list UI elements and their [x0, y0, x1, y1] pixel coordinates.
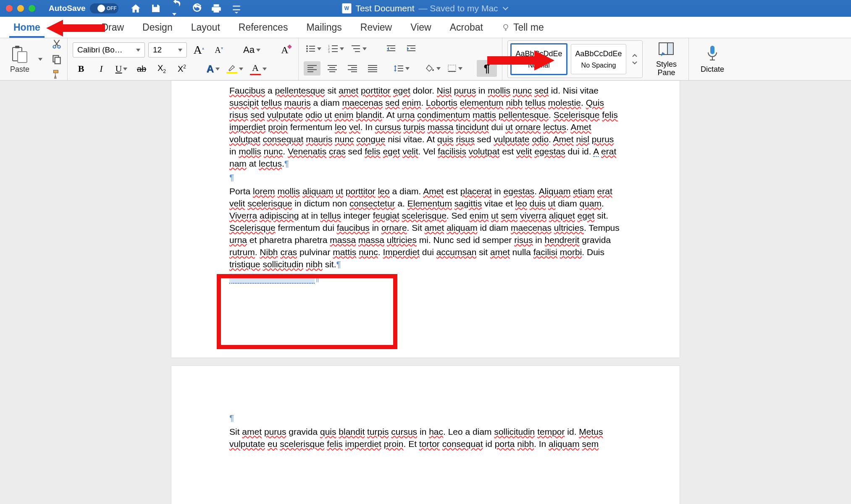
tab-layout[interactable]: Layout [182, 17, 229, 38]
align-left-button[interactable] [304, 61, 320, 76]
svg-rect-11 [309, 46, 315, 47]
save-icon[interactable] [150, 3, 161, 14]
paragraph-2[interactable]: Porta lorem mollis aliquam ut porttitor … [229, 185, 622, 271]
tell-me[interactable]: Tell me [492, 17, 553, 38]
svg-rect-29 [410, 48, 415, 49]
increase-indent-button[interactable] [403, 42, 420, 56]
svg-rect-43 [368, 65, 377, 66]
font-name-selector[interactable]: Calibri (Bo… [73, 42, 145, 57]
multilevel-list-button[interactable] [349, 42, 368, 56]
clear-formatting-button[interactable]: A◆ [276, 43, 293, 57]
dictate-button[interactable]: Dictate [694, 45, 731, 74]
svg-point-2 [504, 24, 508, 29]
print-icon[interactable] [211, 3, 222, 14]
cut-icon[interactable] [51, 39, 62, 50]
home-icon[interactable] [130, 3, 141, 14]
svg-rect-5 [18, 52, 27, 63]
svg-rect-34 [307, 71, 313, 72]
minimize-window[interactable] [17, 5, 24, 12]
change-case-button[interactable]: Aa [242, 43, 262, 57]
svg-rect-37 [328, 69, 337, 70]
zoom-window[interactable] [29, 5, 35, 12]
doc-dropdown-icon[interactable] [502, 6, 509, 10]
copy-icon[interactable] [51, 54, 62, 65]
empty-paragraph[interactable]: ¶ [229, 172, 622, 184]
styles-gallery-more[interactable] [630, 54, 640, 65]
bullets-button[interactable] [304, 42, 323, 56]
tab-review[interactable]: Review [351, 17, 401, 38]
line-spacing-button[interactable] [392, 61, 411, 76]
undo-icon[interactable] [171, 0, 181, 19]
superscript-button[interactable]: X2 [173, 62, 190, 76]
page-1: Faucibus a pellentesque sit amet porttit… [171, 81, 680, 358]
document-canvas[interactable]: Faucibus a pellentesque sit amet porttit… [0, 81, 851, 504]
tab-mailings[interactable]: Mailings [297, 17, 351, 38]
redo-icon[interactable] [191, 3, 202, 14]
svg-rect-9 [55, 57, 60, 64]
tab-view[interactable]: View [401, 17, 440, 38]
svg-rect-55 [710, 46, 714, 54]
tab-home[interactable]: Home [4, 17, 50, 38]
svg-rect-49 [398, 71, 403, 71]
group-paragraph: 123 ¶ [299, 38, 502, 80]
shading-button[interactable] [424, 61, 442, 76]
svg-rect-30 [407, 50, 415, 51]
numbering-button[interactable]: 123 [326, 42, 346, 56]
svg-rect-45 [368, 69, 377, 70]
paste-label: Paste [10, 65, 29, 74]
tab-design[interactable]: Design [133, 17, 182, 38]
bold-button[interactable]: B [73, 62, 89, 76]
close-window[interactable] [6, 5, 13, 12]
svg-rect-25 [387, 45, 395, 46]
annotation-arrow-pilcrow [487, 49, 554, 72]
align-right-button[interactable] [344, 61, 361, 76]
svg-rect-54 [667, 43, 673, 55]
styles-pane-icon [657, 41, 675, 58]
document-title-area[interactable]: W Test Document — Saved to my Mac [342, 3, 509, 13]
highlight-button[interactable] [225, 62, 245, 76]
grow-font-button[interactable]: A▴ [190, 43, 207, 57]
svg-rect-52 [448, 71, 456, 72]
subscript-button[interactable]: X2 [153, 62, 170, 76]
style-no-spacing[interactable]: AaBbCcDdEe No Spacing [571, 44, 626, 74]
align-center-button[interactable] [324, 61, 341, 76]
svg-rect-15 [309, 51, 315, 52]
svg-rect-24 [355, 51, 360, 52]
microphone-icon [706, 45, 719, 63]
svg-rect-36 [329, 67, 335, 68]
autosave-switch[interactable]: OFF [90, 3, 118, 13]
underline-button[interactable]: U [113, 62, 130, 76]
paste-button[interactable]: Paste [10, 45, 29, 74]
tab-acrobat[interactable]: Acrobat [441, 17, 492, 38]
svg-rect-19 [332, 48, 338, 49]
paste-more[interactable] [32, 52, 49, 66]
paragraph-1[interactable]: Faucibus a pellentesque sit amet porttit… [229, 85, 622, 170]
page-1-body[interactable]: Faucibus a pellentesque sit amet porttit… [171, 81, 680, 303]
svg-rect-23 [353, 48, 360, 49]
text-effects-button[interactable]: A [205, 62, 221, 76]
annotation-arrow-home [46, 18, 105, 39]
font-color-button[interactable]: A [248, 62, 268, 76]
justify-button[interactable] [364, 61, 381, 76]
italic-button[interactable]: I [93, 62, 110, 76]
shrink-font-button[interactable]: A▾ [210, 43, 227, 57]
svg-text:3: 3 [328, 50, 330, 53]
ribbon-toolbar: Paste Calibri (Bo… 12 A▴ A▾ Aa A◆ B I U … [0, 38, 851, 81]
autosave-toggle[interactable]: AutoSave OFF [49, 3, 118, 13]
font-size-selector[interactable]: 12 [148, 42, 187, 57]
empty-paragraph-2[interactable]: ¶ [229, 412, 622, 424]
borders-button[interactable] [446, 61, 464, 76]
page-2: ¶ Sit amet purus gravida quis blandit tu… [171, 366, 680, 504]
format-painter-icon[interactable] [51, 69, 62, 80]
paste-icon [12, 45, 28, 63]
customize-qat-icon[interactable] [231, 3, 242, 14]
tab-references[interactable]: References [229, 17, 297, 38]
strikethrough-button[interactable]: ab [133, 62, 150, 76]
group-clipboard: Paste [5, 38, 68, 80]
paragraph-3[interactable]: Sit amet purus gravida quis blandit turp… [229, 426, 622, 450]
styles-pane-button[interactable]: Styles Pane [649, 41, 683, 77]
switch-knob [97, 5, 105, 12]
decrease-indent-button[interactable] [383, 42, 399, 56]
page-2-body[interactable]: ¶ Sit amet purus gravida quis blandit tu… [171, 366, 680, 469]
svg-rect-17 [332, 45, 338, 46]
